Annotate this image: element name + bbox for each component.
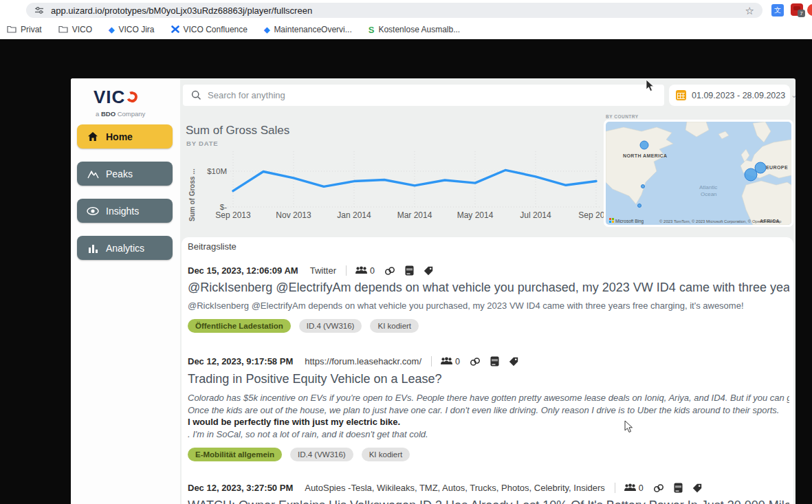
- logo-arc-icon: [125, 90, 139, 104]
- audience-icon[interactable]: 0: [355, 266, 375, 276]
- map-marker[interactable]: [638, 204, 641, 208]
- map-marker[interactable]: [755, 162, 766, 173]
- bookmark-label: Kostenlose Ausmalb...: [378, 25, 460, 34]
- post-title[interactable]: Trading in Positive Equity Vehicle on a …: [188, 372, 789, 386]
- map-card[interactable]: NORTH AMERICA EUROPE AFRICA Atlantic Oce…: [604, 120, 793, 227]
- sidebar-item-label: Peaks: [106, 168, 133, 179]
- diamond-icon: ◆: [264, 26, 270, 34]
- map-attribution: © 2023 TomTom, © 2023 Microsoft Corporat…: [659, 219, 782, 223]
- world-map[interactable]: NORTH AMERICA EUROPE AFRICA Atlantic Oce…: [606, 122, 791, 225]
- bookmark-privat[interactable]: Privat: [7, 25, 42, 34]
- translate-icon[interactable]: 文: [771, 4, 784, 17]
- peaks-icon: [87, 169, 99, 179]
- bookmark-vico[interactable]: VICO: [58, 25, 92, 34]
- post-item[interactable]: Dec 15, 2023, 12:06:09 AM Twitter 0 @Ric…: [188, 265, 789, 333]
- map-marker[interactable]: [641, 185, 645, 188]
- divider: [615, 483, 615, 493]
- tag-pill[interactable]: E-Mobilität allgemein: [188, 448, 282, 461]
- book-icon[interactable]: [490, 356, 499, 366]
- jira-diamond-icon: ◆: [109, 26, 114, 34]
- extension-badge: 7: [798, 10, 805, 17]
- bookmark-maintenance[interactable]: ◆ MaintenanceOvervi...: [264, 25, 352, 34]
- bookmark-label: VICO Confluence: [184, 25, 248, 34]
- tag-icon[interactable]: [509, 357, 518, 366]
- svg-text:May 2014: May 2014: [457, 210, 494, 220]
- sidebar-item-label: Insights: [106, 206, 139, 217]
- tag-icon[interactable]: [692, 483, 702, 493]
- audience-icon[interactable]: 0: [440, 357, 460, 366]
- bookmark-label: Privat: [21, 25, 42, 34]
- s-logo-icon: S: [369, 25, 375, 34]
- tag-pill[interactable]: KI kodiert: [362, 448, 410, 461]
- bookmarks-bar: Privat VICO ◆ VICO Jira VICO Confluence …: [0, 20, 812, 39]
- map-label-north-america: NORTH AMERICA: [623, 153, 667, 158]
- bookmark-kostenlose[interactable]: S Kostenlose Ausmalb...: [369, 25, 460, 34]
- post-title[interactable]: @RickIsenberg @ElectrifyAm depends on wh…: [188, 281, 789, 295]
- date-range-text: 01.09.2023 - 28.09.2023: [692, 91, 785, 100]
- sidebar-item-label: Home: [106, 131, 133, 142]
- tag-pill[interactable]: Öffentliche Ladestation: [188, 319, 291, 333]
- sales-chart-plot: $-$10MSep 2013Nov 2013Jan 2014Mar 2014Ma…: [184, 149, 604, 226]
- bookmark-star-icon[interactable]: ☆: [745, 6, 754, 16]
- bookmark-label: VICO: [72, 25, 92, 34]
- svg-text:Sep 2013: Sep 2013: [215, 210, 251, 220]
- svg-text:Sep 2014: Sep 2014: [578, 210, 604, 220]
- sidebar-item-insights[interactable]: Insights: [77, 199, 173, 223]
- url-text[interactable]: app.uizard.io/prototypes/bM0yoLjx03uRdz6…: [51, 6, 312, 16]
- chart-title: Sum of Gross Sales: [186, 124, 289, 138]
- svg-text:Nov 2013: Nov 2013: [276, 210, 311, 220]
- svg-text:Mar 2014: Mar 2014: [397, 210, 432, 220]
- sidebar-item-analytics[interactable]: Analytics: [77, 236, 173, 260]
- post-body-line: Once the kids are out of the house, we p…: [188, 404, 789, 417]
- book-icon[interactable]: [674, 483, 683, 493]
- tag-icon[interactable]: [424, 266, 433, 276]
- link-icon[interactable]: [384, 266, 395, 276]
- search-bar: [183, 85, 664, 106]
- audience-icon[interactable]: 0: [624, 483, 644, 493]
- link-icon[interactable]: [470, 357, 481, 366]
- posts-heading: Beitragsliste: [188, 241, 787, 252]
- vico-logo: VIC: [94, 88, 138, 106]
- audience-count: 0: [455, 357, 460, 366]
- bookmark-label: MaintenanceOvervi...: [274, 25, 351, 34]
- address-bar[interactable]: app.uizard.io/prototypes/bM0yoLjx03uRdz6…: [26, 3, 762, 18]
- chevron-down-icon: ⌄: [791, 91, 795, 100]
- logo-text: VIC: [94, 88, 125, 106]
- post-body-line: @RickIsenberg @ElectrifyAm depends on wh…: [188, 300, 789, 312]
- eye-icon: [87, 207, 99, 215]
- logo-subtitle: a BDO Company: [96, 110, 145, 118]
- divider: [431, 356, 432, 366]
- post-date: Dec 12, 2023, 3:27:50 PM: [188, 483, 293, 493]
- bookmark-vico-confluence[interactable]: VICO Confluence: [171, 25, 248, 34]
- folder-icon: [58, 25, 68, 34]
- map-marker[interactable]: [640, 141, 648, 149]
- post-title[interactable]: WATCH: Owner Explains His Volkswagen ID.…: [188, 498, 789, 504]
- sidebar-item-home[interactable]: Home: [77, 124, 173, 149]
- folder-icon: [7, 25, 17, 34]
- post-item[interactable]: Dec 12, 2023, 3:27:50 PM AutoSpies -Tesl…: [188, 483, 789, 504]
- site-settings-icon[interactable]: [34, 6, 44, 15]
- link-icon[interactable]: [653, 483, 664, 493]
- confluence-icon: [171, 25, 179, 34]
- page-background: VIC a BDO Company Home Peaks Insights: [0, 39, 812, 504]
- search-input[interactable]: [208, 90, 664, 100]
- date-range-picker[interactable]: 01.09.2023 - 28.09.2023 ⌄: [669, 85, 790, 106]
- bookmark-vico-jira[interactable]: ◆ VICO Jira: [109, 25, 154, 34]
- sidebar-item-peaks[interactable]: Peaks: [77, 162, 173, 186]
- post-body-line: . I'm in SoCal, so not a lot of rain, an…: [188, 428, 789, 441]
- sidebar: VIC a BDO Company Home Peaks Insights: [71, 78, 180, 504]
- post-tags: E-Mobilität allgemein ID.4 (VW316) KI ko…: [188, 448, 789, 461]
- post-tags: Öffentliche Ladestation ID.4 (VW316) KI …: [188, 319, 789, 333]
- tag-pill[interactable]: KI kodiert: [370, 319, 419, 333]
- tag-pill[interactable]: ID.4 (VW316): [299, 319, 362, 333]
- profile-avatar[interactable]: [807, 4, 812, 16]
- tag-pill[interactable]: ID.4 (VW316): [290, 448, 353, 461]
- svg-text:Jan 2014: Jan 2014: [337, 210, 371, 220]
- map-marker[interactable]: [745, 168, 757, 181]
- book-icon[interactable]: [405, 265, 414, 276]
- post-meta: Dec 12, 2023, 9:17:58 PM https://forum.l…: [188, 356, 789, 366]
- post-item[interactable]: Dec 12, 2023, 9:17:58 PM https://forum.l…: [188, 356, 789, 461]
- post-date: Dec 12, 2023, 9:17:58 PM: [188, 356, 293, 366]
- map-label-ocean2: Ocean: [701, 191, 717, 197]
- search-icon: [191, 90, 201, 100]
